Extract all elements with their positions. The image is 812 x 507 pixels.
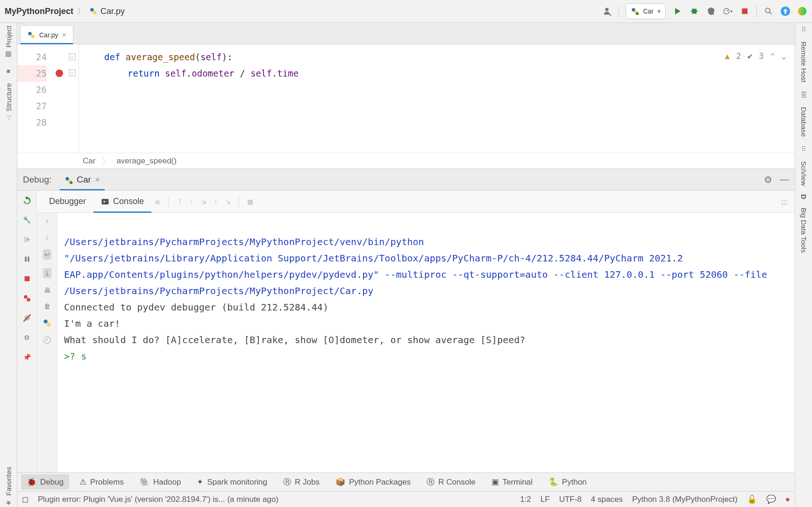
next-highlight-icon[interactable]: ⌄ [782,48,786,64]
print-icon[interactable]: 🖶 [44,287,50,294]
console-line: Connected to pydev debugger (build 212.5… [64,302,328,313]
close-icon[interactable]: × [95,175,100,185]
history-icon[interactable]: 🕘 [43,336,51,344]
database-tool[interactable]: Database [800,107,808,137]
search-icon[interactable] [763,6,774,16]
code-area[interactable]: def average_speed(self): return self.odo… [79,44,795,153]
check-icon[interactable]: ✔ [748,48,752,64]
tab-rjobs[interactable]: ⓇR Jobs [278,474,325,490]
python-console-icon[interactable] [43,318,52,328]
jetbrains-icon[interactable] [797,6,807,16]
mute-breakpoints-icon[interactable] [22,313,32,323]
sciview-tool[interactable]: SciView [800,161,808,186]
caret-position[interactable]: 1:2 [520,495,531,504]
top-toolbar: MyPythonProject 〉 Car.py Car ▾ ▾ [0,0,812,23]
console-icon [101,197,109,206]
breakpoint-gutter[interactable] [53,44,66,153]
threads-icon[interactable]: ≣ [151,198,164,205]
coverage-icon[interactable] [706,6,716,16]
minimize-icon[interactable]: — [780,174,789,185]
close-icon[interactable]: × [62,31,66,39]
console-tab[interactable]: Console [93,190,151,212]
tab-debug[interactable]: 🐞Debug [21,474,69,490]
profile-icon[interactable]: ▾ [723,6,733,16]
crumb-class[interactable]: Car [83,156,95,166]
pin-icon[interactable]: 📌 [22,352,32,362]
view-breakpoints-icon[interactable] [22,293,32,303]
debug-session-tab[interactable]: Car × [60,169,105,190]
clear-icon[interactable]: 🗑 [44,303,50,310]
remote-host-tool[interactable]: Remote Host [800,42,808,83]
console-input[interactable]: s [81,351,86,362]
console-prompt: >? [64,351,81,362]
lock-icon[interactable]: 🔓 [747,494,757,504]
resume-icon[interactable] [22,234,32,245]
prev-highlight-icon[interactable]: ⌃ [770,48,775,64]
folder-icon[interactable]: ■ [7,67,10,75]
stop-icon[interactable] [22,274,32,284]
line-separator[interactable]: LF [541,495,550,504]
code-editor[interactable]: 24 25 26 27 28 − − def average_speed(sel… [17,44,795,153]
tab-spark[interactable]: ✦Spark monitoring [191,474,273,490]
grid-icon[interactable]: ⠿ [801,145,806,153]
scroll-end-icon[interactable]: ⤓ [43,268,51,278]
debugger-tab[interactable]: Debugger [42,190,93,212]
tool-window-icon[interactable]: ◻ [22,494,28,504]
fold-icon[interactable]: − [69,54,76,60]
modify-icon[interactable]: 🔧 [22,215,32,225]
fold-icon[interactable]: − [69,70,76,76]
svg-rect-7 [742,8,748,14]
up-icon[interactable]: ↑ [45,218,49,225]
fold-gutter[interactable]: − − [66,44,79,153]
step-into-my-icon[interactable]: ⇲ [198,198,210,205]
crumb-method[interactable]: average_speed() [116,156,177,166]
warning-icon[interactable]: ▲ [725,48,730,64]
tab-hadoop[interactable]: 🐘Hadoop [134,474,187,490]
svg-point-10 [28,32,32,35]
status-message[interactable]: Plugin error: Plugin 'Vue.js' (version '… [38,495,278,504]
tab-rconsole[interactable]: ⓇR Console [421,474,481,490]
evaluate-icon[interactable]: ▦ [244,198,256,205]
step-over-icon[interactable]: ⤴ [173,198,185,205]
breakpoint-icon[interactable] [56,70,63,77]
breadcrumb-file[interactable]: Car.py [89,7,125,16]
inspection-badges[interactable]: ▲2 ✔3 ⌃ ⌄ [725,48,787,64]
svg-point-8 [765,8,770,13]
rerun-icon[interactable] [22,195,32,205]
down-icon[interactable]: ↓ [45,233,49,241]
editor-tab-car[interactable]: Car.py × [20,25,73,44]
user-icon[interactable] [602,6,612,16]
run-icon[interactable] [672,6,683,16]
svg-point-14 [70,181,73,184]
favorites-tool[interactable]: ★Favorites [4,467,13,507]
project-tool[interactable]: ▦Project [4,26,13,59]
step-out-icon[interactable]: ↑ [210,198,222,205]
error-icon[interactable]: ● [785,495,790,504]
debug-icon[interactable] [689,6,699,16]
tab-python[interactable]: 🐍Python [543,474,592,490]
sync-icon[interactable] [780,6,791,16]
project-name[interactable]: MyPythonProject [5,7,73,16]
tab-terminal[interactable]: ▣Terminal [486,474,538,490]
layout-icon[interactable]: ◫ [778,198,790,205]
structure-tool[interactable]: ⛬Structure [5,83,13,121]
run-config-selector[interactable]: Car ▾ [626,3,666,19]
d-tool[interactable]: D [800,194,808,199]
settings-icon[interactable]: ⚙ [22,332,32,343]
interpreter[interactable]: Python 3.8 (MyPythonProject) [632,495,738,504]
gear-icon[interactable]: ⚙ [764,174,772,185]
big-data-tool[interactable]: Big Data Tools [800,208,808,253]
grid-icon[interactable]: ⠿ [801,26,806,33]
run-to-cursor-icon[interactable]: ↘ [222,198,234,205]
step-into-icon[interactable]: ↓ [185,198,198,205]
console-output[interactable]: /Users/jetbrains/PycharmProjects/MyPytho… [57,213,795,472]
indent[interactable]: 4 spaces [591,495,623,504]
tab-python-packages[interactable]: 📦Python Packages [330,474,416,490]
tab-problems[interactable]: ⚠Problems [74,474,129,490]
stop-icon[interactable] [740,6,750,16]
soft-wrap-icon[interactable]: ↩ [43,249,51,260]
encoding[interactable]: UTF-8 [559,495,582,504]
notifications-icon[interactable]: 💬 [766,494,776,504]
database-icon[interactable]: 🗄 [800,91,807,99]
pause-icon[interactable] [22,254,32,264]
